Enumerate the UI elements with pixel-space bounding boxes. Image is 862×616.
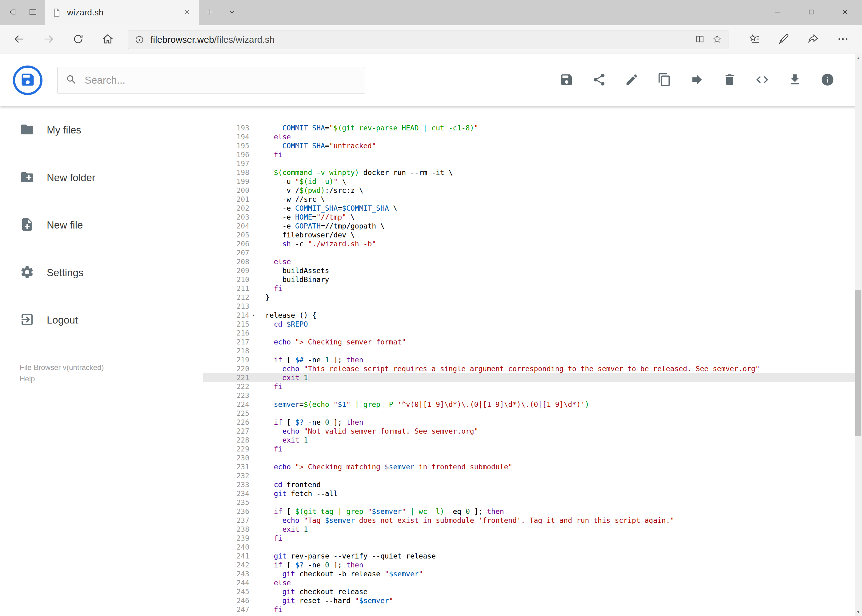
code-text[interactable] <box>258 248 862 258</box>
code-text[interactable]: -e COMMIT_SHA=$COMMIT_SHA \ <box>258 204 862 213</box>
code-line[interactable]: 228 exit 1 <box>203 436 862 445</box>
code-line[interactable]: 243 git checkout -b release "$semver" <box>203 570 862 578</box>
code-line[interactable]: 194 else <box>203 132 862 141</box>
code-text[interactable]: $(command -v winpty) docker run --rm -it… <box>258 168 862 177</box>
code-text[interactable]: sh -c "./wizard.sh -b" <box>258 240 862 248</box>
web-note-button[interactable] <box>769 28 799 51</box>
delete-button[interactable] <box>718 69 741 92</box>
edit-button[interactable] <box>620 69 643 92</box>
code-line[interactable]: 217 echo "> Checking semver format" <box>203 338 862 347</box>
code-text[interactable] <box>258 454 862 462</box>
code-text[interactable]: git rev-parse --verify --quiet release <box>258 552 862 561</box>
info-button[interactable] <box>816 69 839 92</box>
sidebar-item-logout[interactable]: Logout <box>0 297 203 344</box>
code-text[interactable] <box>258 498 862 507</box>
code-text[interactable]: echo "This release script requires a sin… <box>258 365 862 373</box>
code-line[interactable]: 214▾release () { <box>203 311 862 320</box>
more-options-button[interactable] <box>828 28 858 51</box>
code-line[interactable]: 204 -e GOPATH=//tmp/gopath \ <box>203 222 862 231</box>
code-text[interactable]: if [ $? -ne 0 ]; then <box>258 561 862 570</box>
code-text[interactable]: echo "Tag $semver does not exist in subm… <box>258 516 862 525</box>
code-text[interactable]: exit 1 <box>258 525 862 534</box>
code-line[interactable]: 226 if [ $? -ne 0 ]; then <box>203 418 862 427</box>
code-line[interactable]: 232 <box>203 471 862 480</box>
code-text[interactable]: exit 1 <box>258 436 862 445</box>
code-text[interactable]: release () { <box>258 311 862 320</box>
code-line[interactable]: 208 else <box>203 258 862 266</box>
code-line[interactable]: 201 -w //src \ <box>203 195 862 204</box>
code-text[interactable]: echo "> Checking matching $semver in fro… <box>258 462 862 471</box>
code-line[interactable]: 216 <box>203 329 862 338</box>
code-text[interactable] <box>258 302 862 311</box>
code-text[interactable]: echo "> Checking semver format" <box>258 338 862 347</box>
code-line[interactable]: 239 fi <box>203 534 862 543</box>
code-line[interactable]: 247 fi <box>203 605 862 614</box>
reading-view-button[interactable] <box>694 34 705 45</box>
code-text[interactable]: fi <box>258 534 862 543</box>
help-link[interactable]: Help <box>20 373 203 384</box>
code-text[interactable]: cd $REPO <box>258 320 862 329</box>
code-line[interactable]: 237 echo "Tag $semver does not exist in … <box>203 516 862 525</box>
code-line[interactable]: 203 -e HOME="//tmp" \ <box>203 213 862 222</box>
code-line[interactable]: 218 <box>203 347 862 355</box>
app-logo[interactable] <box>13 66 43 95</box>
copy-button[interactable] <box>653 69 676 92</box>
scroll-up-icon[interactable]: ▲ <box>855 54 862 62</box>
sidebar-item-my-files[interactable]: My files <box>0 107 203 154</box>
code-text[interactable]: filebrowser/dev \ <box>258 231 862 240</box>
page-scrollbar[interactable]: ▲ ▼ <box>855 54 862 616</box>
share-button[interactable] <box>588 69 611 92</box>
code-text[interactable] <box>258 409 862 418</box>
code-text[interactable]: -u "$(id -u)" \ <box>258 177 862 186</box>
site-info-icon[interactable] <box>134 34 145 45</box>
code-line[interactable]: 225 <box>203 409 862 418</box>
code-line[interactable]: 238 exit 1 <box>203 525 862 534</box>
code-view-button[interactable] <box>750 69 774 92</box>
tab-close-button[interactable] <box>181 7 192 18</box>
code-line[interactable]: 211 fi <box>203 284 862 293</box>
code-line[interactable]: 193 COMMIT_SHA="$(git rev-parse HEAD | c… <box>203 124 862 132</box>
code-line[interactable]: 240 <box>203 543 862 552</box>
code-line[interactable]: 202 -e COMMIT_SHA=$COMMIT_SHA \ <box>203 204 862 213</box>
code-line[interactable]: 245 git checkout release <box>203 588 862 596</box>
code-text[interactable] <box>258 543 862 552</box>
code-text[interactable] <box>258 347 862 355</box>
maximize-button[interactable] <box>794 0 828 25</box>
code-line[interactable]: 205 filebrowser/dev \ <box>203 231 862 240</box>
new-tab-button[interactable] <box>199 0 221 25</box>
code-text[interactable]: -v /$(pwd):/src:z \ <box>258 186 862 195</box>
search-box[interactable] <box>57 67 365 94</box>
code-line[interactable]: 227 echo "Not valid semver format. See s… <box>203 427 862 436</box>
code-text[interactable]: exit 1 <box>258 373 862 382</box>
hub-favorites-button[interactable] <box>739 28 769 51</box>
code-text[interactable]: git checkout -b release "$semver" <box>258 570 862 578</box>
code-text[interactable]: fi <box>258 445 862 454</box>
code-text[interactable] <box>258 471 862 480</box>
search-input[interactable] <box>85 74 357 86</box>
code-line[interactable]: 197 <box>203 159 862 168</box>
code-line[interactable]: 223 <box>203 391 862 400</box>
tabs-preview-button[interactable] <box>24 3 43 22</box>
code-line[interactable]: 195 COMMIT_SHA="untracked" <box>203 141 862 150</box>
code-line[interactable]: 199 -u "$(id -u)" \ <box>203 177 862 186</box>
code-line[interactable]: 231 echo "> Checking matching $semver in… <box>203 462 862 471</box>
code-text[interactable]: else <box>258 258 862 266</box>
code-line[interactable]: 244 else <box>203 578 862 588</box>
code-line[interactable]: 241 git rev-parse --verify --quiet relea… <box>203 552 862 561</box>
code-line[interactable]: 213 <box>203 302 862 311</box>
tab-list-chevron-button[interactable] <box>221 0 243 25</box>
code-text[interactable]: fi <box>258 605 862 614</box>
back-button[interactable] <box>4 28 34 51</box>
set-tabs-aside-button[interactable] <box>2 3 22 22</box>
code-text[interactable]: git checkout release <box>258 588 862 596</box>
code-text[interactable]: semver=$(echo "$1" | grep -P '^v(0|[1-9]… <box>258 400 862 409</box>
code-text[interactable]: buildBinary <box>258 275 862 284</box>
code-line[interactable]: 230 <box>203 454 862 462</box>
code-text[interactable]: if [ $(git tag | grep "$semver" | wc -l)… <box>258 507 862 516</box>
code-text[interactable]: -e HOME="//tmp" \ <box>258 213 862 222</box>
sidebar-item-settings[interactable]: Settings <box>0 249 203 297</box>
code-line[interactable]: 234 git fetch --all <box>203 489 862 498</box>
code-text[interactable]: -e GOPATH=//tmp/gopath \ <box>258 222 862 231</box>
refresh-button[interactable] <box>63 28 93 51</box>
move-button[interactable] <box>686 69 709 92</box>
